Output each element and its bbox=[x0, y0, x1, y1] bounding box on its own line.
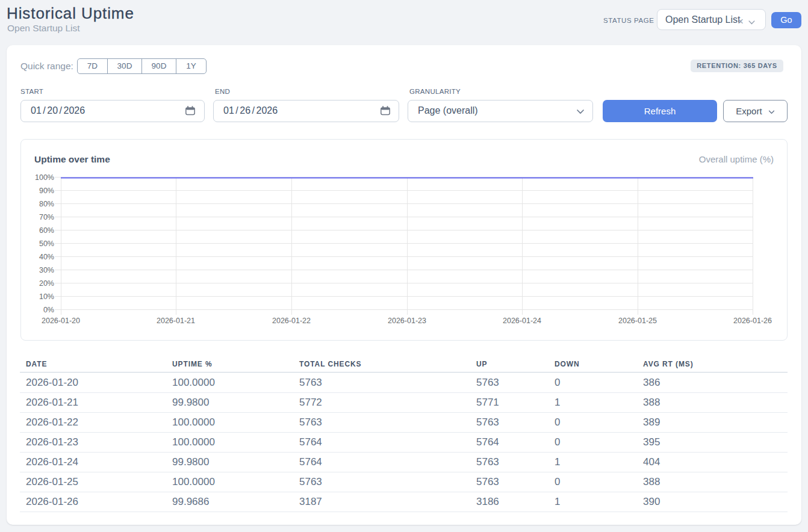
svg-text:90%: 90% bbox=[39, 187, 54, 195]
svg-text:2026-01-24: 2026-01-24 bbox=[503, 317, 541, 325]
svg-text:60%: 60% bbox=[39, 226, 54, 235]
svg-text:50%: 50% bbox=[39, 240, 54, 248]
svg-text:80%: 80% bbox=[39, 200, 54, 208]
svg-text:100%: 100% bbox=[35, 173, 54, 182]
svg-text:2026-01-22: 2026-01-22 bbox=[272, 317, 311, 325]
svg-text:2026-01-25: 2026-01-25 bbox=[618, 317, 657, 325]
svg-text:0%: 0% bbox=[43, 306, 54, 314]
svg-text:40%: 40% bbox=[39, 253, 54, 261]
svg-text:30%: 30% bbox=[39, 266, 54, 274]
svg-text:2026-01-21: 2026-01-21 bbox=[157, 317, 195, 325]
svg-text:2026-01-26: 2026-01-26 bbox=[733, 317, 772, 325]
svg-text:10%: 10% bbox=[39, 292, 54, 301]
svg-text:2026-01-23: 2026-01-23 bbox=[388, 317, 426, 325]
svg-text:2026-01-20: 2026-01-20 bbox=[42, 317, 80, 325]
svg-text:20%: 20% bbox=[39, 279, 54, 288]
svg-text:70%: 70% bbox=[39, 213, 54, 221]
